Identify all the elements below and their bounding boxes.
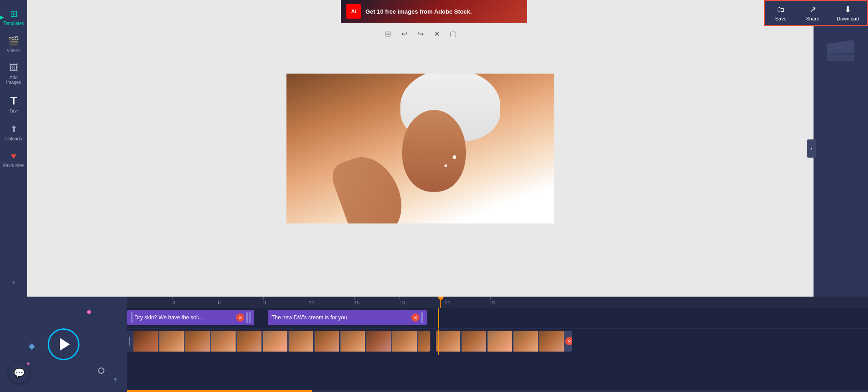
chat-icon: 💬 bbox=[14, 367, 25, 378]
decoration-dot-2 bbox=[27, 362, 30, 365]
video-thumb-12 bbox=[418, 331, 430, 352]
save-label: Save bbox=[775, 16, 787, 21]
templates-label: Templates bbox=[3, 21, 24, 26]
track-handle-bar-r1 bbox=[246, 312, 248, 323]
video-thumb-2 bbox=[159, 331, 184, 352]
video-track-segment-2[interactable]: ✕ bbox=[436, 331, 572, 352]
progress-bar-fill bbox=[127, 390, 312, 392]
track-handle-left-1 bbox=[131, 312, 133, 323]
video-left-handle bbox=[127, 331, 133, 352]
download-icon: ⬇ bbox=[844, 5, 851, 15]
ruler-mark-15: 15 bbox=[354, 297, 360, 308]
sidebar-item-templates[interactable]: ▶ ⊞ Templates bbox=[1, 5, 26, 30]
video-thumb-7 bbox=[289, 331, 314, 352]
ad-banner-text: Get 10 free images from Adobe Stock. bbox=[365, 8, 472, 15]
ad-banner[interactable]: Ai Get 10 free images from Adobe Stock. bbox=[341, 0, 527, 23]
download-label: Download bbox=[837, 16, 859, 21]
track-handle-bar-2r1 bbox=[421, 312, 423, 323]
undo-tool-icon[interactable]: ↩ bbox=[398, 27, 410, 40]
text-track-1-content: Dry skin? We have the solu... bbox=[134, 314, 234, 321]
text-track-segment-2[interactable]: The new DW's cream is for you ✕ bbox=[268, 310, 427, 325]
sidebar-expand-button[interactable]: › bbox=[8, 277, 19, 288]
ruler-mark-24: 24 bbox=[490, 297, 496, 308]
video-thumb-4 bbox=[211, 331, 236, 352]
top-toolbar: 🗂 Save ↗ Share ⬇ Download bbox=[764, 0, 868, 26]
decoration-diamond bbox=[29, 343, 35, 350]
sidebar-item-text[interactable]: T Text bbox=[1, 91, 26, 118]
right-panel: › bbox=[814, 0, 868, 297]
sidebar-item-add-images[interactable]: 🖼 Add Images bbox=[1, 59, 26, 89]
ruler-mark-21: 21 bbox=[445, 297, 450, 308]
playhead-video-track bbox=[438, 329, 439, 355]
text-track-segment-1[interactable]: Dry skin? We have the solu... ✕ bbox=[127, 310, 254, 325]
share-label: Share bbox=[806, 16, 819, 21]
layers-icon bbox=[827, 36, 854, 64]
fullscreen-tool-icon[interactable]: ▢ bbox=[447, 27, 459, 40]
grid-tool-icon[interactable]: ⊞ bbox=[381, 27, 394, 40]
sidebar-item-videos[interactable]: 🎬 Videos bbox=[1, 32, 26, 57]
track-handle-bar bbox=[131, 312, 133, 323]
text-track-1-close-button[interactable]: ✕ bbox=[236, 313, 244, 322]
ruler-mark-12: 12 bbox=[309, 297, 314, 308]
share-button[interactable]: ↗ Share bbox=[797, 1, 829, 25]
download-button[interactable]: ⬇ Download bbox=[829, 1, 867, 25]
video-thumb-9 bbox=[340, 331, 365, 352]
play-icon bbox=[60, 338, 70, 351]
play-button[interactable] bbox=[48, 328, 79, 360]
timeline-tracks: Dry skin? We have the solu... ✕ The new … bbox=[127, 308, 868, 392]
active-indicator: ▶ bbox=[0, 14, 4, 20]
sidebar-item-favourites[interactable]: ♥ Favourites bbox=[1, 147, 26, 172]
playhead-text-track bbox=[438, 308, 439, 328]
video-thumb-1 bbox=[133, 331, 158, 352]
text-track-2-close-button[interactable]: ✕ bbox=[411, 313, 419, 322]
video-thumb-s2-5 bbox=[539, 331, 564, 352]
left-sidebar: ▶ ⊞ Templates 🎬 Videos 🖼 Add Images T Te… bbox=[0, 0, 27, 297]
chat-button[interactable]: 💬 bbox=[9, 363, 29, 383]
track-handle-right-2 bbox=[421, 312, 423, 323]
main-layout: ▶ ⊞ Templates 🎬 Videos 🖼 Add Images T Te… bbox=[0, 0, 868, 297]
video-thumb-6 bbox=[263, 331, 288, 352]
save-icon: 🗂 bbox=[777, 5, 785, 15]
add-images-icon: 🖼 bbox=[9, 63, 18, 73]
favourites-icon: ♥ bbox=[11, 151, 16, 161]
text-track-2-content: The new DW's cream is for you bbox=[271, 314, 409, 321]
uploads-label: Uploads bbox=[5, 136, 22, 141]
videos-label: Videos bbox=[7, 48, 20, 53]
video-thumb-11 bbox=[392, 331, 417, 352]
ruler-mark-3: 3 bbox=[173, 297, 175, 308]
decoration-dot-1 bbox=[87, 310, 91, 314]
add-images-label: Add Images bbox=[3, 75, 25, 85]
video-thumb-s2-4 bbox=[513, 331, 538, 352]
redo-tool-icon[interactable]: ↪ bbox=[414, 27, 427, 40]
video-track-row: ✕ bbox=[127, 329, 868, 355]
bottom-area: ▼ 3 6 9 12 15 18 21 24 bbox=[0, 297, 868, 392]
ruler-mark-9: 9 bbox=[263, 297, 266, 308]
video-left-handle-bar bbox=[129, 337, 130, 346]
video-thumb-s2-3 bbox=[488, 331, 513, 352]
video-track-segment-1[interactable] bbox=[127, 331, 430, 352]
track-handle-right-1 bbox=[246, 312, 251, 323]
cream-dot-2 bbox=[444, 164, 447, 167]
close-tool-icon[interactable]: ✕ bbox=[430, 27, 443, 40]
playhead-top bbox=[438, 297, 444, 300]
video-content bbox=[286, 74, 554, 223]
cream-dot-1 bbox=[453, 155, 456, 159]
video-thumb-5 bbox=[237, 331, 262, 352]
face-shape bbox=[402, 110, 466, 192]
favourites-label: Favourites bbox=[3, 163, 25, 168]
playhead[interactable] bbox=[440, 297, 441, 308]
chevron-down-icon[interactable]: ▼ bbox=[113, 377, 118, 383]
progress-bar-container bbox=[127, 390, 868, 392]
decoration-circle bbox=[98, 367, 104, 374]
timeline-ruler: 3 6 9 12 15 18 21 24 bbox=[127, 297, 868, 308]
save-button[interactable]: 🗂 Save bbox=[765, 1, 797, 25]
ruler-marks: 3 6 9 12 15 18 21 24 bbox=[129, 297, 868, 308]
videos-icon: 🎬 bbox=[8, 35, 20, 46]
video-thumb-s2-1 bbox=[436, 331, 461, 352]
video-frame bbox=[286, 74, 554, 223]
timeline-area: 3 6 9 12 15 18 21 24 bbox=[127, 297, 868, 392]
right-expand-button[interactable]: › bbox=[807, 139, 816, 158]
sidebar-item-uploads[interactable]: ⬆ Uploads bbox=[1, 120, 26, 145]
track-handle-bar-r2 bbox=[249, 312, 251, 323]
video-track-2-close-button[interactable]: ✕ bbox=[565, 337, 572, 345]
